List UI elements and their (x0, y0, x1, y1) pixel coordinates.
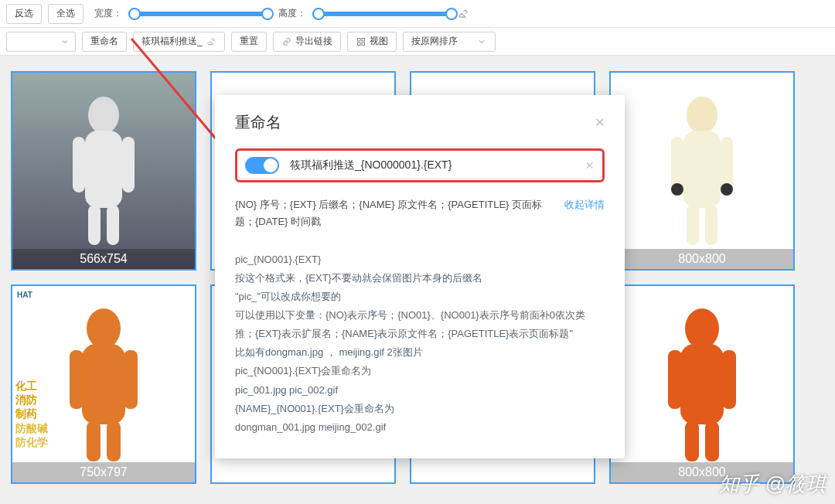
svg-point-10 (687, 97, 717, 134)
svg-point-24 (685, 308, 719, 349)
watermark-text: 知乎 @筱琪 (719, 471, 826, 498)
image-card[interactable]: 800x800 (609, 284, 795, 484)
image-card[interactable]: 566x754 (11, 71, 196, 271)
grid-icon (356, 36, 366, 47)
view-label: 视图 (370, 35, 388, 48)
view-button[interactable]: 视图 (347, 32, 397, 52)
modal-title-text: 重命名 (235, 112, 281, 133)
svg-rect-5 (85, 131, 122, 208)
rename-details-text: pic_{NO001}.{EXT} 按这个格式来，{EXT}不要动就会保留图片本… (235, 250, 605, 436)
rename-pattern-input[interactable] (290, 159, 574, 172)
link-icon (281, 36, 292, 47)
image-dimensions: 800x800 (611, 249, 793, 269)
svg-rect-2 (357, 43, 360, 46)
svg-rect-19 (82, 344, 125, 424)
erase-icon (206, 36, 216, 47)
svg-rect-20 (70, 350, 84, 409)
svg-point-16 (671, 183, 683, 196)
push-preset-label: 筱琪福利推送_ (141, 35, 203, 48)
toolbar-row-2: 重命名 筱琪福利推送_ 重置 导出链接 视图 按原网排序 (0, 28, 835, 56)
rename-button[interactable]: 重命名 (82, 32, 127, 52)
svg-rect-6 (73, 137, 85, 192)
sort-button[interactable]: 按原网排序 (403, 32, 496, 52)
reset-button[interactable]: 重置 (231, 32, 267, 52)
svg-rect-3 (362, 43, 365, 46)
rename-modal: 重命名 ✕ ✕ {NO} 序号；{EXT} 后缀名；{NAME} 原文件名；{P… (215, 95, 625, 458)
collapse-details-link[interactable]: 收起详情 (564, 196, 605, 230)
svg-rect-25 (680, 344, 724, 424)
svg-rect-21 (124, 350, 138, 409)
svg-rect-14 (687, 205, 699, 245)
image-dimensions: 750x797 (12, 462, 195, 482)
width-slider-label: 宽度： (94, 7, 122, 20)
svg-rect-1 (362, 38, 365, 41)
export-links-button[interactable]: 导出链接 (273, 32, 341, 52)
width-slider[interactable] (128, 12, 268, 16)
export-links-label: 导出链接 (295, 35, 332, 48)
svg-rect-26 (668, 350, 682, 409)
invert-select-button[interactable]: 反选 (6, 4, 42, 24)
svg-rect-28 (685, 421, 699, 461)
svg-point-18 (87, 308, 121, 349)
svg-rect-29 (705, 421, 719, 461)
svg-rect-8 (88, 205, 101, 245)
rename-enable-toggle[interactable] (245, 157, 279, 174)
push-preset-button[interactable]: 筱琪福利推送_ (133, 32, 225, 52)
sort-label: 按原网排序 (411, 35, 458, 48)
image-card[interactable]: 800x800 (609, 71, 795, 271)
rename-input-row: ✕ (235, 148, 605, 182)
svg-rect-15 (705, 205, 717, 245)
close-icon[interactable]: ✕ (595, 115, 605, 130)
svg-rect-9 (107, 205, 119, 245)
toolbar-row-1: 反选 全选 宽度： 高度： (0, 0, 835, 28)
image-card[interactable]: HAT 化工消防制药防酸碱防化学 750x797 (11, 284, 196, 484)
height-slider[interactable] (312, 12, 452, 16)
select-all-button[interactable]: 全选 (48, 4, 84, 24)
rename-hint-text: {NO} 序号；{EXT} 后缀名；{NAME} 原文件名；{PAGETITLE… (235, 196, 557, 230)
svg-rect-23 (107, 421, 121, 461)
svg-point-4 (88, 97, 119, 134)
chevron-down-icon (476, 36, 487, 47)
svg-rect-7 (122, 137, 135, 192)
erase-icon[interactable] (458, 9, 469, 19)
chevron-down-icon (60, 36, 70, 47)
filter-dropdown[interactable] (6, 32, 76, 52)
svg-rect-11 (683, 131, 721, 208)
height-slider-label: 高度： (278, 7, 306, 20)
clear-input-icon[interactable]: ✕ (585, 159, 595, 172)
svg-rect-27 (722, 350, 736, 409)
image-dimensions: 566x754 (12, 249, 195, 269)
svg-rect-0 (357, 38, 360, 41)
svg-point-17 (721, 183, 733, 196)
svg-rect-22 (87, 421, 101, 461)
